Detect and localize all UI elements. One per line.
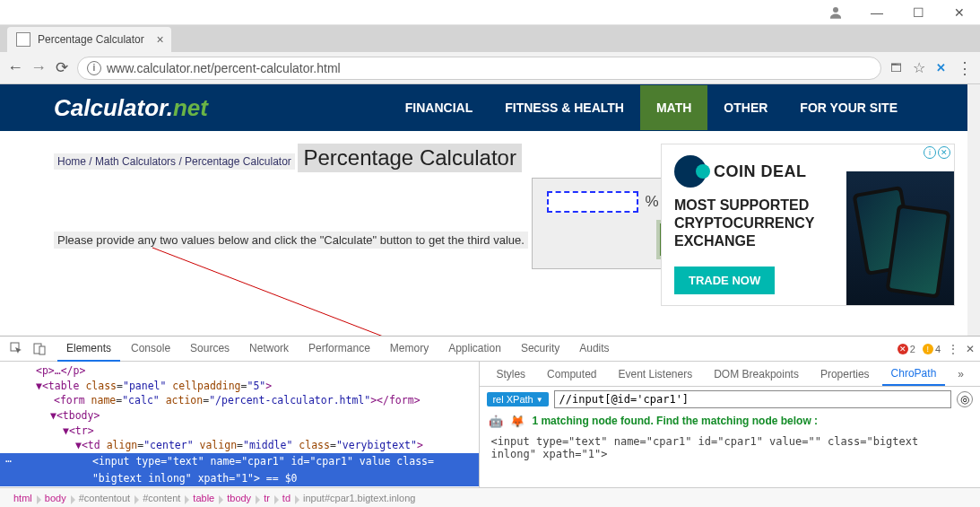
sidepanel-more-icon[interactable]: » [949,363,973,385]
tab-console[interactable]: Console [122,337,179,362]
ad-logo-mark [674,155,707,188]
logo-dot: . [167,94,173,121]
svg-point-0 [833,7,838,13]
bookmark-star-icon[interactable]: ☆ [913,59,925,76]
ad-logo: COIN DEAL [674,155,828,188]
xpath-mode-dropdown[interactable]: rel XPath [487,392,548,406]
chropath-query-row: rel XPath ◎ [480,387,980,412]
address-bar-row: ← → ⟳ i www.calculator.net/percent-calcu… [0,52,980,84]
nav-fitness[interactable]: FITNESS & HEALTH [489,85,640,130]
ad-info-icons[interactable]: i✕ [924,146,950,159]
devtools-close-icon[interactable]: ✕ [966,343,975,355]
tab-audits[interactable]: Audits [570,337,618,362]
window-titlebar: — ☐ ✕ [0,0,980,25]
breadcrumb-sep: / [86,155,95,168]
selected-dom-node[interactable]: ⋯ <input type="text" name="cpar1" id="cp… [0,453,479,470]
devtools-toolbar: Elements Console Sources Network Perform… [0,337,980,362]
breadcrumb-math[interactable]: Math Calculators [95,155,176,168]
logo-net: net [173,94,208,121]
user-avatar-icon[interactable] [815,0,856,25]
tab-sources[interactable]: Sources [181,337,238,362]
chropath-ext-icon[interactable]: ✕ [936,61,946,74]
site-logo[interactable]: Calculator.net [54,94,208,122]
maximize-button[interactable]: ☐ [898,0,939,25]
dom-breadcrumb[interactable]: html body #contentout #content table tbo… [0,487,980,507]
tab-title: Percentage Calculator [38,33,144,46]
bc-tr[interactable]: tr [257,493,276,503]
match-count-text: 1 matching node found. Find the matching… [532,415,818,427]
nav-other[interactable]: OTHER [707,85,784,130]
robot-icon: 🤖 [489,414,503,428]
firefox-icon[interactable]: 🦊 [510,414,525,428]
devtools-tabs: Elements Console Sources Network Perform… [57,337,619,362]
tab-close-icon[interactable]: × [157,32,164,47]
elements-tree[interactable]: <p>…</p> ▼<table class="panel" cellpaddi… [0,362,480,487]
tab-styles[interactable]: Styles [487,363,534,385]
breadcrumb-sep: / [176,155,185,168]
nav-arrows: ← → [7,58,47,77]
input-cpar1[interactable] [547,191,638,213]
tab-computed[interactable]: Computed [538,363,605,385]
instruction-text: Please provide any two values below and … [54,232,528,249]
dom-line: <p>…</p> [36,364,85,377]
warning-count[interactable]: !4 [923,344,941,354]
devtools-panel: Elements Console Sources Network Perform… [0,336,980,507]
back-button[interactable]: ← [7,58,23,77]
ad-cta-button[interactable]: TRADE NOW [674,267,775,294]
breadcrumb: Home / Math Calculators / Percentage Cal… [54,153,295,170]
tab-performance[interactable]: Performance [299,337,379,362]
site-header: Calculator.net FINANCIAL FITNESS & HEALT… [0,84,967,131]
site-info-icon[interactable]: i [87,61,101,75]
bc-content[interactable]: #content [136,493,186,503]
page-viewport: Calculator.net FINANCIAL FITNESS & HEALT… [0,84,980,336]
devtools-sidepanel: Styles Computed Event Listeners DOM Brea… [480,362,980,487]
chropath-target-icon[interactable]: ◎ [957,391,973,407]
breadcrumb-home[interactable]: Home [57,155,86,168]
close-button[interactable]: ✕ [939,0,980,25]
page-title: Percentage Calculator [298,144,521,172]
page-icon [16,32,30,47]
browser-tab[interactable]: Percentage Calculator × [7,27,171,52]
tab-security[interactable]: Security [512,337,568,362]
tab-application[interactable]: Application [439,337,510,362]
reload-button[interactable]: ⟳ [56,58,68,77]
tab-chropath[interactable]: ChroPath [882,363,946,386]
tab-dombreakpoints[interactable]: DOM Breakpoints [705,363,808,385]
inspect-element-icon[interactable] [5,338,27,360]
nav-menu: FINANCIAL FITNESS & HEALTH MATH OTHER FO… [389,85,914,130]
translate-icon[interactable]: 🗔 [890,61,902,74]
nav-foryoursite[interactable]: FOR YOUR SITE [784,85,914,130]
forward-button[interactable]: → [30,58,47,77]
bc-input[interactable]: input#cpar1.bigtext.inlong [297,493,421,503]
tab-elements[interactable]: Elements [57,337,120,362]
tab-memory[interactable]: Memory [381,337,438,362]
tab-strip: Percentage Calculator × [0,25,980,52]
ad-banner[interactable]: i✕ COIN DEAL MOST SUPPORTED CRYPTOCURREN… [661,144,955,306]
chrome-menu-icon[interactable]: ⋮ [957,58,973,78]
tab-properties[interactable]: Properties [811,363,879,385]
url-text: www.calculator.net/percent-calculator.ht… [107,61,341,75]
bc-html[interactable]: html [7,493,39,503]
bc-body[interactable]: body [39,493,73,503]
breadcrumb-current: Percentage Calculator [185,155,291,168]
device-toggle-icon[interactable] [29,338,50,360]
sidepanel-tabs: Styles Computed Event Listeners DOM Brea… [480,362,980,387]
bc-table[interactable]: table [186,493,221,503]
nav-math[interactable]: MATH [640,85,707,130]
matched-node-output[interactable]: <input type="text" name="cpar1" id="cpar… [480,430,980,466]
logo-main: Calculator [54,94,167,121]
bc-td[interactable]: td [276,493,297,503]
url-bar[interactable]: i www.calculator.net/percent-calculator.… [77,57,881,80]
ad-image [846,171,954,305]
tab-eventlisteners[interactable]: Event Listeners [609,363,701,385]
nav-financial[interactable]: FINANCIAL [389,85,489,130]
bc-contentout[interactable]: #contentout [73,493,137,503]
devtools-menu-icon[interactable]: ⋮ [948,343,958,355]
bc-tbody[interactable]: tbody [221,493,257,503]
tab-network[interactable]: Network [240,337,298,362]
svg-rect-4 [39,346,45,354]
chropath-input[interactable] [554,390,951,408]
error-count[interactable]: ✕2 [898,344,915,354]
scrollbar-thumb[interactable] [967,84,980,165]
minimize-button[interactable]: — [856,0,898,25]
